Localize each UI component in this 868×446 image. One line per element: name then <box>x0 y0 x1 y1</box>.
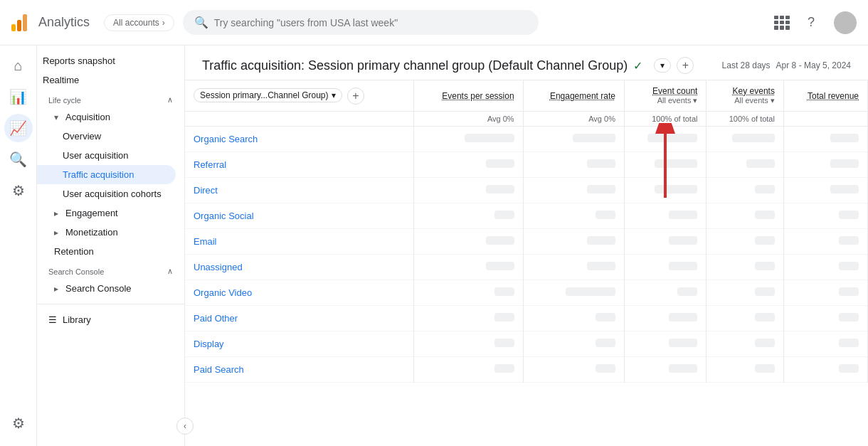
analytics-logo <box>11 14 27 31</box>
row-label[interactable]: Organic Video <box>185 280 413 306</box>
date-range-value: Apr 8 - May 5, 2024 <box>776 60 851 70</box>
cell-blurred <box>706 229 783 255</box>
top-navigation: Analytics All accounts › 🔍 ? <box>0 0 868 46</box>
apps-grid-icon[interactable] <box>774 16 788 30</box>
verified-icon: ✓ <box>633 59 642 73</box>
sidebar-item-user-acquisition[interactable]: User acquisition <box>37 146 176 165</box>
cell-blurred <box>413 203 523 229</box>
sidebar-item-label: Engagement <box>65 208 118 218</box>
cell-blurred <box>523 331 624 357</box>
account-breadcrumb[interactable]: All accounts › <box>104 14 174 31</box>
search-bar[interactable]: 🔍 <box>183 10 539 35</box>
averages-row: Avg 0% Avg 0% 100% of total 100% of tota… <box>185 112 868 127</box>
cell-blurred <box>706 152 783 178</box>
app-title: Analytics <box>38 15 90 30</box>
cell-blurred <box>523 203 624 229</box>
expand-icon: ▸ <box>54 208 58 218</box>
sidebar-item-label: Traffic acquisition <box>63 169 134 180</box>
analytics-icon[interactable]: 📈 <box>4 114 33 142</box>
search-input[interactable] <box>214 17 527 28</box>
cell-blurred <box>523 280 624 306</box>
cell-blurred <box>706 357 783 383</box>
cell-blurred <box>783 306 867 331</box>
cell-blurred <box>783 178 867 203</box>
page-title: Traffic acquisition: Session primary cha… <box>202 58 628 73</box>
settings-icon-rail[interactable]: ⚙ <box>4 176 33 205</box>
app-layout: ⌂ 📊 📈 🔍 ⚙ ⚙ Reports snapshot Realtime Li… <box>0 46 868 446</box>
expand-icon: ▸ <box>54 284 58 294</box>
gear-icon[interactable]: ⚙ <box>4 409 33 437</box>
sidebar-item-library[interactable]: ☰ Library <box>37 310 184 329</box>
col-dimension[interactable]: Session primary...Channel Group) ▾ + <box>185 80 413 112</box>
collapse-sidebar-button[interactable]: ‹ <box>176 418 194 435</box>
cell-blurred <box>706 178 783 203</box>
sidebar-item-label: Reports snapshot <box>43 55 115 66</box>
sidebar-item-label: Search Console <box>65 283 132 294</box>
sidebar-item-label: Overview <box>63 131 101 142</box>
header-actions: ▾ + <box>654 57 694 74</box>
sidebar-item-search-console[interactable]: ▸ Search Console <box>37 279 176 298</box>
date-range-label: Last 28 days <box>722 60 771 70</box>
data-table: Session primary...Channel Group) ▾ + Eve… <box>185 80 868 383</box>
row-label[interactable]: Organic Social <box>185 203 413 229</box>
row-label[interactable]: Display <box>185 331 413 357</box>
row-label[interactable]: Unassigned <box>185 255 413 280</box>
row-label[interactable]: Direct <box>185 178 413 203</box>
cell-blurred <box>706 203 783 229</box>
search-icon-rail[interactable]: 🔍 <box>4 145 33 174</box>
col-engagement-rate: Engagement rate <box>523 80 624 112</box>
col-events-per-session: Events per session <box>413 80 523 112</box>
table-header: Session primary...Channel Group) ▾ + Eve… <box>185 80 868 112</box>
table-row: Organic Search <box>185 127 868 152</box>
sidebar-item-acquisition[interactable]: ▾ Acquisition <box>37 107 176 127</box>
sidebar-item-label: Monetization <box>65 227 118 238</box>
add-dimension-button[interactable]: + <box>347 87 364 105</box>
col-event-count[interactable]: Event count All events ▾ <box>624 80 706 112</box>
table-row: Organic Social <box>185 203 868 229</box>
cell-blurred <box>706 255 783 280</box>
sidebar-item-realtime[interactable]: Realtime <box>37 70 176 90</box>
main-content: Traffic acquisition: Session primary cha… <box>185 46 868 446</box>
data-table-container: Session primary...Channel Group) ▾ + Eve… <box>185 80 868 446</box>
row-label[interactable]: Paid Other <box>185 306 413 331</box>
row-label[interactable]: Referral <box>185 152 413 178</box>
col-key-events[interactable]: Key events All events ▾ <box>706 80 783 112</box>
cell-blurred <box>624 280 706 306</box>
cell-blurred <box>523 127 624 152</box>
add-metric-button[interactable]: + <box>677 57 694 74</box>
reports-icon[interactable]: 📊 <box>4 83 33 111</box>
sidebar-item-overview[interactable]: Overview <box>37 127 176 146</box>
home-icon[interactable]: ⌂ <box>4 51 33 80</box>
cell-blurred <box>706 331 783 357</box>
avatar[interactable] <box>834 11 857 34</box>
row-label[interactable]: Organic Search <box>185 127 413 152</box>
sidebar-item-traffic-acquisition[interactable]: Traffic acquisition <box>37 165 176 184</box>
cell-blurred <box>783 229 867 255</box>
nav-actions: ? <box>774 11 857 34</box>
cell-blurred <box>706 306 783 331</box>
sidebar-item-retention[interactable]: Retention <box>37 242 176 261</box>
table-row: Paid Search <box>185 357 868 383</box>
cell-blurred <box>523 229 624 255</box>
cell-blurred <box>783 331 867 357</box>
sidebar-item-monetization[interactable]: ▸ Monetization <box>37 223 176 242</box>
table-row: Organic Video <box>185 280 868 306</box>
edit-dropdown[interactable]: ▾ <box>654 58 671 73</box>
cell-blurred <box>624 255 706 280</box>
sidebar-item-label: Retention <box>54 246 94 257</box>
sidebar-item-engagement[interactable]: ▸ Engagement <box>37 203 176 223</box>
sidebar-item-reports-snapshot[interactable]: Reports snapshot <box>37 51 176 70</box>
help-button[interactable]: ? <box>800 11 822 34</box>
cell-blurred <box>624 331 706 357</box>
sidebar-item-label: User acquisition <box>63 150 129 161</box>
sidebar-item-cohorts[interactable]: User acquisition cohorts <box>37 184 176 203</box>
cell-blurred <box>783 203 867 229</box>
sidebar-item-label: Acquisition <box>65 112 110 122</box>
table-row: Paid Other <box>185 306 868 331</box>
row-label[interactable]: Paid Search <box>185 357 413 383</box>
avg-revenue <box>783 112 867 127</box>
cell-blurred <box>523 255 624 280</box>
date-range: Last 28 days Apr 8 - May 5, 2024 <box>722 60 851 70</box>
table-row: Email <box>185 229 868 255</box>
row-label[interactable]: Email <box>185 229 413 255</box>
